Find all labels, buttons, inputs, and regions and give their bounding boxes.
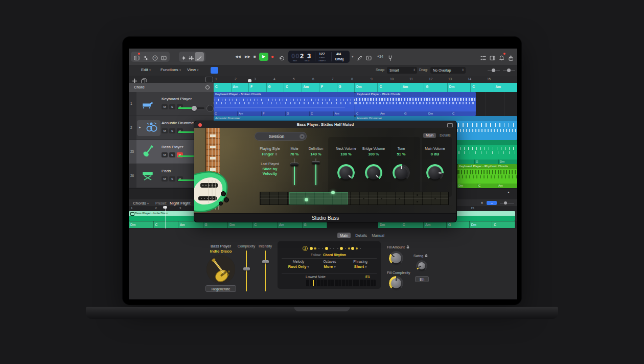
neck-volume-knob[interactable] — [337, 164, 355, 181]
editor-chord-cell[interactable]: C — [492, 221, 515, 228]
mute-button[interactable]: M — [162, 104, 168, 109]
editor-chord-cell[interactable]: Dm — [228, 221, 253, 228]
chord-track-region[interactable]: CAmFGCAmFG — [214, 83, 355, 92]
track-header-options-button[interactable] — [205, 77, 213, 82]
mute-slider[interactable] — [294, 158, 295, 185]
menu-edit[interactable]: Edit ▾ — [141, 67, 151, 72]
solo-button[interactable]: S — [169, 128, 175, 133]
solo-button[interactable]: S — [169, 104, 175, 109]
chord-cell[interactable]: G — [337, 83, 355, 92]
chord-cell[interactable]: F — [319, 83, 337, 92]
select-phrasing[interactable]: PhrasingShort ▾ — [342, 260, 378, 269]
editor-chord-cell[interactable]: C — [253, 221, 278, 228]
mute-button[interactable]: M — [162, 152, 168, 157]
regenerate-button[interactable]: Regenerate — [205, 285, 236, 292]
editor-chord-cell[interactable]: G — [303, 221, 328, 228]
swing-rate-button[interactable]: 8th — [415, 276, 429, 282]
mute-button[interactable]: M — [162, 128, 168, 133]
chords-menu[interactable]: Chords ▾ — [133, 201, 149, 206]
pencil-icon[interactable] — [196, 54, 202, 60]
chord-cell[interactable]: C — [471, 83, 494, 92]
chord-cell[interactable]: Am — [401, 83, 424, 92]
preset-value[interactable]: Night Flight — [170, 201, 190, 206]
track-volume-slider[interactable] — [178, 107, 204, 109]
mute-button[interactable]: M — [162, 176, 168, 181]
editor-tab-manual[interactable]: Manual — [372, 233, 384, 238]
fill-amount-knob[interactable] — [389, 251, 403, 265]
editor-chord-cell[interactable]: Am — [178, 221, 203, 228]
editor-chord-cell[interactable]: Dm — [378, 221, 401, 228]
solo-button[interactable]: S — [169, 152, 175, 157]
chord-cell[interactable]: Am — [232, 83, 249, 92]
chord-cell[interactable]: F — [249, 83, 267, 92]
dup-icon[interactable] — [141, 77, 147, 83]
tone-knob[interactable] — [393, 164, 410, 181]
editor-chord-cell[interactable]: Dm — [129, 221, 154, 228]
fork-icon[interactable] — [387, 54, 394, 60]
follow-value[interactable]: Chord Rhythm — [323, 253, 346, 257]
slider-thumb[interactable] — [243, 267, 250, 270]
snap-select[interactable]: Smart⇕ — [387, 67, 417, 74]
playhead-marker[interactable] — [248, 79, 251, 82]
plugin-preset-select[interactable]: Session ▾ — [255, 132, 307, 141]
vertical-zoom-slider[interactable] — [488, 70, 500, 71]
lcd-chevron-down-icon[interactable]: ▾ — [352, 55, 354, 59]
lcd-display[interactable]: 00 2 3 BAR BEAT 127 KEEP TEMPO 4/4 Cmaj — [288, 51, 350, 63]
editor-tab-details[interactable]: Details — [355, 233, 367, 238]
intensity-slider[interactable] — [265, 251, 266, 291]
sparkle-icon[interactable] — [181, 54, 187, 60]
editor-tab-main[interactable]: Main — [337, 233, 351, 238]
plugin-title-bar[interactable]: Bass Player: Sixties Half Muted — [194, 121, 456, 128]
bass-player-avatar[interactable] — [206, 255, 235, 284]
chord-cell[interactable]: C — [214, 83, 232, 92]
player-style-value[interactable]: Indie Disco — [200, 249, 241, 254]
bridge-volume-knob[interactable] — [365, 164, 382, 181]
fill-complexity-knob[interactable] — [389, 276, 403, 290]
chord-cell[interactable]: G — [424, 83, 447, 92]
chord-cell[interactable]: Am — [494, 83, 517, 92]
bass-player-plugin-window[interactable]: Bass Player: Sixties Half Muted — [194, 121, 456, 222]
chord-cell[interactable]: Dm — [355, 83, 378, 92]
solo-button[interactable]: S — [169, 176, 175, 181]
auto-zoom-button[interactable]: ↔ — [487, 201, 497, 205]
editor-chord-cell[interactable]: C — [154, 221, 179, 228]
editor-chord-cell[interactable]: G — [447, 221, 470, 228]
record-button[interactable]: ● — [271, 54, 274, 59]
lowest-note-keyboard[interactable] — [306, 280, 376, 286]
disclosure-chevron-icon[interactable]: ▸ — [139, 125, 141, 129]
inspector-icon[interactable] — [143, 54, 149, 60]
menu-view[interactable]: View ▾ — [187, 67, 198, 72]
chevron-up-icon[interactable]: ▲ — [480, 201, 484, 204]
main-volume-knob[interactable] — [426, 164, 444, 181]
plugin-tab-details[interactable]: Details — [440, 133, 450, 137]
list-icon[interactable] — [480, 54, 487, 60]
chord-cell[interactable]: Am — [302, 83, 320, 92]
play-button[interactable]: ▶ — [259, 53, 268, 61]
editor-chord-cell[interactable]: G — [203, 221, 228, 228]
slider-thumb[interactable] — [312, 161, 320, 165]
help-icon[interactable]: ? — [152, 54, 158, 60]
chord-track-region[interactable]: DmCAmGDmCAm — [355, 83, 517, 92]
track-header-keyboard-player[interactable]: 1Keyboard PlayerMSR — [129, 92, 214, 116]
stop-button[interactable]: ■ — [254, 54, 256, 59]
lowest-note-marker[interactable] — [313, 280, 314, 286]
onebox-icon[interactable] — [366, 54, 372, 60]
pencil-icon[interactable] — [357, 54, 363, 60]
horizontal-zoom-slider[interactable] — [503, 70, 515, 71]
editor-zoom-slider[interactable] — [500, 203, 514, 203]
meters-icon[interactable] — [189, 54, 195, 60]
forward-button[interactable]: ▶▶ — [245, 55, 250, 59]
chord-cell[interactable]: C — [284, 83, 302, 92]
rewind-button[interactable]: ◀◀ — [235, 55, 241, 59]
link-icon[interactable] — [447, 123, 453, 127]
cycle-icon[interactable] — [279, 54, 285, 60]
share-icon[interactable] — [508, 54, 514, 60]
chord-track-target-icon[interactable] — [205, 85, 210, 89]
chord-cell[interactable]: C — [378, 83, 401, 92]
slider-thumb[interactable] — [262, 260, 269, 263]
collapse-editor-chevron-icon[interactable]: ▲ — [507, 191, 510, 194]
toolbox-icon[interactable] — [161, 54, 167, 60]
plugin-tab-main[interactable]: Main — [423, 133, 436, 138]
definition-slider[interactable] — [315, 158, 316, 185]
chord-cell[interactable]: G — [267, 83, 285, 92]
